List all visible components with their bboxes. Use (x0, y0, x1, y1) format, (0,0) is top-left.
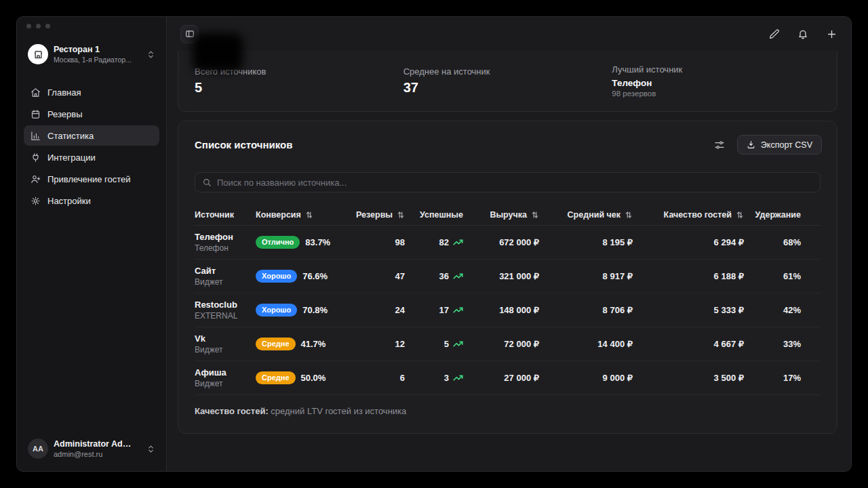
source-name: Афиша (195, 367, 256, 378)
table-row[interactable]: Афиша Виджет Средне 50.0% 6 3 27 000 ₽ (195, 361, 821, 395)
close-window-button[interactable] (26, 24, 31, 28)
reserves-value: 24 (344, 305, 405, 315)
col-successful: Успешные (405, 210, 463, 220)
source-type: Виджет (195, 344, 256, 355)
quality-value: 6 188 ₽ (633, 271, 744, 281)
sidebar-item-settings[interactable]: Настройки (24, 190, 159, 211)
sidebar-item-integrations[interactable]: Интеграции (24, 147, 159, 167)
main-area: Всего источников 5 Среднее на источник 3… (166, 17, 851, 471)
sidebar-item-statistics[interactable]: Статистика (24, 125, 159, 146)
col-source: Источник (195, 210, 256, 220)
conversion-value: 83.7% (305, 237, 330, 247)
conversion-value: 50.0% (301, 373, 326, 383)
col-conversion[interactable]: Конверсия (256, 210, 344, 220)
sort-icon (736, 211, 744, 219)
revenue-value: 148 000 ₽ (463, 305, 539, 315)
rating-badge: Хорошо (256, 304, 297, 317)
sidebar-nav: Главная Резервы Статистика (24, 82, 159, 211)
source-name: Restoclub (195, 299, 256, 310)
user-name: Administrator Admi... (54, 439, 132, 449)
topbar-actions (769, 28, 837, 40)
gear-icon (31, 196, 41, 206)
plug-icon (31, 152, 41, 163)
minimize-window-button[interactable] (36, 24, 41, 28)
sidebar-item-guest-acquisition[interactable]: Привлечение гостей (24, 169, 159, 189)
avg-check-value: 8 195 ₽ (539, 237, 633, 247)
col-revenue[interactable]: Выручка (463, 210, 539, 220)
view-options-button[interactable] (714, 140, 725, 150)
successful-value: 17 (439, 305, 449, 315)
conversion-value: 70.8% (302, 305, 328, 315)
redacted-area (193, 33, 243, 71)
edit-button[interactable] (769, 28, 780, 39)
conversion-value: 41.7% (301, 339, 326, 349)
sidebar-item-label: Интеграции (47, 152, 96, 163)
quality-value: 3 500 ₽ (633, 373, 744, 383)
app-window: Ресторан 1 Москва, 1-я Радиатор... Главн… (16, 16, 852, 472)
stat-value: 37 (403, 80, 612, 96)
source-type: Виджет (195, 378, 256, 389)
trending-up-icon (453, 339, 463, 349)
col-avg-check[interactable]: Средний чек (539, 210, 633, 220)
avatar: AA (28, 439, 48, 459)
chevrons-up-down-icon (146, 50, 155, 59)
retention-value: 68% (744, 237, 801, 247)
export-csv-label: Экспорт CSV (761, 140, 812, 150)
col-reserves[interactable]: Резервы (344, 210, 405, 220)
table-row[interactable]: Restoclub EXTERNAL Хорошо 70.8% 24 17 14 (195, 293, 821, 327)
stat-value: Телефон (612, 78, 821, 88)
user-menu[interactable]: AA Administrator Admi... admin@rest.ru (24, 436, 159, 462)
add-button[interactable] (826, 28, 837, 40)
sidebar-item-reserves[interactable]: Резервы (24, 104, 159, 124)
reserves-value: 12 (344, 339, 405, 349)
pencil-icon (769, 28, 780, 39)
revenue-value: 672 000 ₽ (463, 237, 539, 247)
reserves-value: 47 (344, 271, 405, 281)
successful-value: 3 (444, 373, 449, 383)
restaurant-selector[interactable]: Ресторан 1 Москва, 1-я Радиатор... (24, 43, 159, 66)
bar-chart-icon (31, 131, 41, 141)
quality-value: 6 294 ₽ (633, 237, 744, 247)
user-plus-icon (31, 174, 41, 184)
restaurant-address: Москва, 1-я Радиатор... (54, 56, 132, 64)
restaurant-logo-icon (28, 44, 48, 64)
source-search (195, 172, 821, 192)
search-icon (202, 178, 212, 187)
table-row[interactable]: Vk Виджет Средне 41.7% 12 5 72 000 ₽ (195, 327, 821, 361)
conversion-value: 76.6% (302, 271, 328, 281)
export-csv-button[interactable]: Экспорт CSV (737, 135, 822, 155)
notifications-button[interactable] (797, 28, 808, 39)
sources-list-card: Список источников Экспорт CSV (178, 121, 837, 434)
sidebar-item-label: Привлечение гостей (47, 174, 131, 184)
sources-summary-card: Всего источников 5 Среднее на источник 3… (178, 51, 837, 112)
source-type: Виджет (195, 277, 256, 287)
sidebar-item-label: Резервы (47, 109, 83, 119)
table-row[interactable]: Сайт Виджет Хорошо 76.6% 47 36 321 000 ₽ (195, 260, 821, 293)
user-email: admin@rest.ru (54, 449, 132, 459)
calendar-icon (31, 109, 41, 119)
sidebar: Ресторан 1 Москва, 1-я Радиатор... Главн… (17, 17, 166, 471)
source-type: EXTERNAL (195, 310, 256, 321)
quality-value: 4 667 ₽ (633, 339, 744, 349)
sort-icon (397, 211, 405, 219)
topbar (167, 17, 851, 51)
revenue-value: 321 000 ₽ (463, 271, 539, 281)
zoom-window-button[interactable] (45, 24, 50, 28)
search-input[interactable] (217, 178, 813, 188)
card-title: Список источников (195, 139, 292, 150)
col-guest-quality[interactable]: Качество гостей (633, 210, 744, 220)
plus-icon (826, 28, 837, 40)
avg-check-value: 14 400 ₽ (539, 339, 633, 349)
rating-badge: Средне (256, 371, 296, 384)
footnote-text: средний LTV гостей из источника (269, 406, 407, 416)
avg-check-value: 9 000 ₽ (539, 373, 633, 383)
rating-badge: Отлично (256, 236, 300, 249)
trending-up-icon (453, 271, 463, 281)
avg-check-value: 8 706 ₽ (539, 305, 633, 315)
download-icon (747, 140, 755, 149)
table-row[interactable]: Телефон Телефон Отлично 83.7% 98 82 672 (195, 226, 821, 260)
quality-value: 5 333 ₽ (633, 305, 744, 315)
sidebar-item-home[interactable]: Главная (24, 82, 159, 102)
retention-value: 61% (744, 271, 801, 281)
chevrons-up-down-icon (146, 445, 155, 453)
